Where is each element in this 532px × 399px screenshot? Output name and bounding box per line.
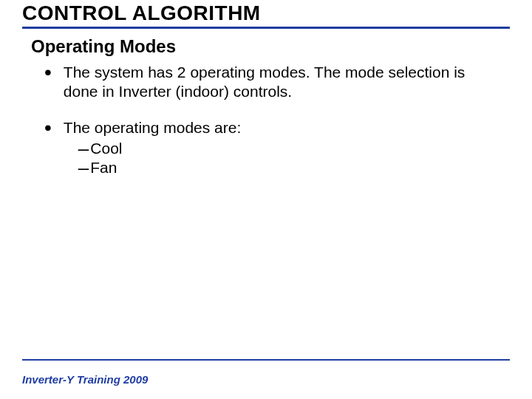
sub-item-text: Cool [90, 139, 122, 158]
page-title: CONTROL ALGORITHM [22, 1, 532, 25]
bullet-text: The operating modes are: [64, 118, 241, 137]
footer-divider [22, 359, 510, 361]
bullet-body: The operating modes are: – Cool – Fan [64, 118, 241, 178]
title-underline [22, 27, 510, 29]
dash-icon: – [78, 139, 89, 158]
bullet-icon: • [44, 67, 52, 78]
bullet-icon: • [44, 123, 52, 133]
dash-icon: – [78, 158, 89, 177]
sub-list-item: – Fan [64, 158, 241, 177]
list-item: • The system has 2 operating modes. The … [44, 63, 532, 102]
sub-list: – Cool – Fan [64, 139, 241, 178]
slide: CONTROL ALGORITHM Operating Modes • The … [0, 0, 532, 399]
footer-text: Inverter-Y Training 2009 [22, 373, 148, 386]
list-item: • The operating modes are: – Cool – Fan [44, 118, 532, 178]
sub-item-text: Fan [90, 158, 117, 177]
bullet-list: • The system has 2 operating modes. The … [44, 63, 532, 177]
sub-list-item: – Cool [64, 139, 241, 158]
title-block: CONTROL ALGORITHM [0, 0, 532, 25]
bullet-text: The system has 2 operating modes. The mo… [64, 63, 477, 102]
section-subtitle: Operating Modes [31, 36, 532, 57]
